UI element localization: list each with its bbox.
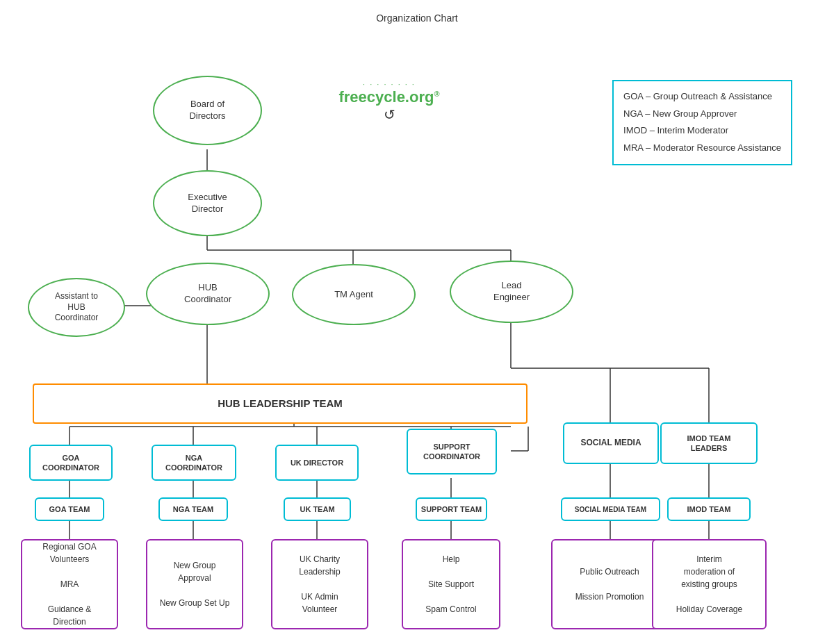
page-title: Organization Chart (0, 0, 834, 24)
hub-coordinator: HUB Coordinator (146, 263, 270, 325)
social-media: SOCIAL MEDIA (563, 422, 659, 464)
goa-detail: Regional GOA Volunteers MRA Guidance & D… (21, 539, 118, 629)
logo-arrow: ↺ (327, 106, 452, 123)
legend-item-3: IMOD – Interim Moderator (623, 122, 781, 140)
social-detail: Public Outreach Mission Promotion (551, 539, 668, 629)
uk-director: UK DIRECTOR (275, 445, 359, 481)
legend-item-2: NGA – New Group Approver (623, 106, 781, 123)
nga-detail: New Group Approval New Group Set Up (146, 539, 243, 629)
legend-item-4: MRA – Moderator Resource Assistance (623, 140, 781, 157)
executive-director: Executive Director (153, 170, 262, 236)
tm-agent: TM Agent (292, 264, 416, 325)
uk-team: UK TEAM (284, 497, 351, 521)
uk-detail: UK Charity Leadership UK Admin Volunteer (271, 539, 368, 629)
goa-coordinator: GOA COORDINATOR (29, 445, 113, 481)
freecycle-logo: · · · · · · · · freecycle.org® ↺ (327, 80, 452, 123)
board-of-directors: Board of Directors (153, 76, 262, 145)
nga-coordinator: NGA COORDINATOR (152, 445, 236, 481)
support-detail: Help Site Support Spam Control (402, 539, 500, 629)
imod-detail: Interim moderation of existing groups Ho… (652, 539, 767, 629)
support-team: SUPPORT TEAM (416, 497, 487, 521)
nga-team: NGA TEAM (158, 497, 228, 521)
legend-box: GOA – Group Outreach & Assistance NGA – … (612, 80, 792, 165)
goa-team: GOA TEAM (35, 497, 104, 521)
imod-team: IMOD TEAM (667, 497, 751, 521)
imod-team-leaders: IMOD TEAM LEADERS (660, 422, 758, 464)
legend-item-1: GOA – Group Outreach & Assistance (623, 88, 781, 106)
social-media-team: SOCIAL MEDIA TEAM (561, 497, 660, 521)
logo-dots: · · · · · · · · (327, 80, 452, 88)
lead-engineer: Lead Engineer (450, 261, 573, 323)
logo-text: freecycle.org® (327, 88, 452, 106)
hub-leadership-team: HUB LEADERSHIP TEAM (33, 383, 528, 424)
assistant-hub-coordinator: Assistant to HUB Coordinator (28, 278, 125, 337)
support-coordinator: SUPPORT COORDINATOR (407, 429, 497, 474)
